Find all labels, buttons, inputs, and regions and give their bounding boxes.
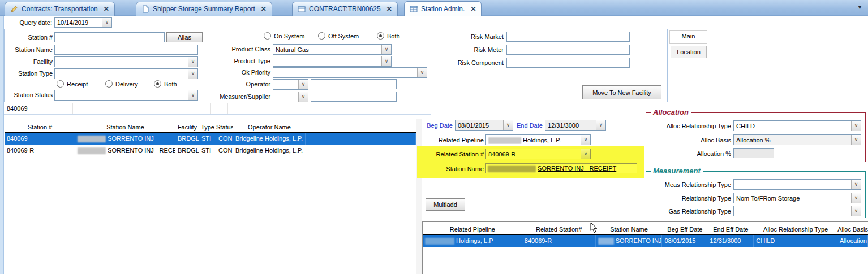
chevron-down-icon[interactable]: ∨ <box>851 135 861 145</box>
ok-priority-dropdown[interactable]: ∨ <box>273 67 427 78</box>
station-name-input[interactable] <box>54 45 198 55</box>
on-system-radio[interactable] <box>264 32 271 40</box>
chevron-down-icon[interactable]: ∨ <box>851 193 861 203</box>
chevron-down-icon[interactable]: ∨ <box>381 56 391 66</box>
risk-market-input[interactable] <box>506 32 630 42</box>
filter-cell[interactable] <box>73 103 170 114</box>
tab-station-admin[interactable]: Station Admin. ✕ <box>404 1 482 16</box>
meas-relationship-type-dropdown[interactable]: ∨ <box>733 179 861 190</box>
close-icon[interactable]: ✕ <box>104 5 109 13</box>
cell-type: STI <box>199 145 216 156</box>
tab-overflow-arrow-icon[interactable]: ▼ <box>857 5 862 10</box>
chevron-down-icon[interactable]: ∨ <box>298 80 308 89</box>
redacted-block <box>78 147 106 154</box>
chevron-down-icon[interactable]: ∨ <box>596 120 605 130</box>
chevron-down-icon[interactable]: ∨ <box>581 135 590 145</box>
alias-button[interactable]: Alias <box>166 32 203 42</box>
tab-contract-trn00625[interactable]: CONTRACT:TRN00625 ✕ <box>292 2 398 16</box>
move-to-new-facility-button[interactable]: Move To New Facility <box>582 85 661 99</box>
station-status-dropdown[interactable]: ∨ <box>54 90 198 101</box>
facility-dropdown[interactable]: ∨ <box>54 56 198 67</box>
col-header-operator-name[interactable]: Operator Name <box>233 124 306 132</box>
filter-cell[interactable] <box>228 103 431 114</box>
both-rd-radio[interactable] <box>154 80 161 88</box>
chevron-down-icon[interactable]: ∨ <box>381 45 391 54</box>
col-header-status[interactable]: Status <box>216 124 233 132</box>
chevron-down-icon[interactable]: ∨ <box>298 92 308 102</box>
station-num-input[interactable] <box>54 32 165 42</box>
chevron-down-icon[interactable]: ∨ <box>417 68 427 77</box>
side-tab-location[interactable]: Location <box>671 46 707 58</box>
delivery-radio[interactable] <box>105 80 113 88</box>
chevron-down-icon[interactable]: ∨ <box>503 120 513 130</box>
col-header-alloc-relationship-type[interactable]: Alloc Relationship Type <box>754 226 837 234</box>
col-header-station-name[interactable]: Station Name <box>596 226 663 234</box>
stations-grid-header: Station # Station Name Facility Type Sta… <box>5 119 416 133</box>
chevron-down-icon[interactable]: ∨ <box>188 90 197 100</box>
col-header-facility[interactable]: Facility <box>175 124 199 132</box>
col-header-related-station[interactable]: Related Station# <box>522 226 596 234</box>
chevron-down-icon[interactable]: ∨ <box>102 18 111 27</box>
alloc-relationship-type-label: Alloc Relationship Type <box>648 121 731 131</box>
risk-component-input[interactable] <box>506 58 630 68</box>
operator-code-dropdown[interactable]: ∨ <box>273 79 308 90</box>
filter-cell[interactable] <box>170 103 191 114</box>
cell-status: CON <box>216 145 233 156</box>
station-type-dropdown[interactable]: ∨ <box>54 68 198 79</box>
gas-relationship-type-dropdown[interactable]: ∨ <box>733 206 861 216</box>
chevron-down-icon[interactable]: ∨ <box>581 149 590 159</box>
col-header-station-num[interactable]: Station # <box>5 124 75 132</box>
alloc-basis-dropdown[interactable]: Allocation % ∨ <box>733 134 861 145</box>
pencil-icon <box>10 5 18 13</box>
related-station-dropdown[interactable]: 840069-R ∨ <box>485 149 591 159</box>
alloc-relationship-type-dropdown[interactable]: CHILD ∨ <box>733 120 861 131</box>
off-system-radio[interactable] <box>318 32 325 40</box>
detail-station-name-value[interactable]: SORRENTO INJ - RECEIPT <box>538 165 616 172</box>
chevron-down-icon[interactable]: ∨ <box>851 180 861 189</box>
col-header-related-pipeline[interactable]: Related Pipeline <box>423 226 522 234</box>
filter-cell[interactable] <box>191 103 211 114</box>
station-row-840069-r[interactable]: 840069-R SORRENTO INJ - RECEIPT BRDGLIN … <box>5 145 416 156</box>
vertical-scrollbar[interactable] <box>416 119 422 274</box>
risk-meter-input[interactable] <box>506 45 630 55</box>
close-icon[interactable]: ✕ <box>470 5 476 13</box>
related-station-row[interactable]: Holdings, L.P 840069-R SORRENTO INJ - 08… <box>423 235 868 247</box>
col-header-end-eff-date[interactable]: End Eff Date <box>707 226 754 234</box>
tab-contracts-transportation[interactable]: Contracts: Transportation ✕ <box>5 2 115 16</box>
col-header-beg-eff-date[interactable]: Beg Eff Date <box>662 226 707 234</box>
col-header-alloc-basis[interactable]: Alloc Basis <box>837 226 868 234</box>
close-icon[interactable]: ✕ <box>386 5 392 13</box>
detail-station-name-field[interactable]: SORRENTO INJ - RECEIPT <box>485 163 637 173</box>
filter-cell[interactable] <box>211 103 228 114</box>
filter-station-num-cell[interactable]: 840069 <box>4 103 73 114</box>
chevron-down-icon[interactable]: ∨ <box>188 57 197 67</box>
station-row-840069[interactable]: 840069 SORRENTO INJ BRDGLIN STI CON Brid… <box>5 133 416 145</box>
both-system-radio[interactable] <box>377 32 384 40</box>
col-header-station-name[interactable]: Station Name <box>75 124 175 132</box>
receipt-radio[interactable] <box>57 80 64 88</box>
cell-station-num: 840069 <box>5 133 75 145</box>
side-tab-main[interactable]: Main <box>669 30 707 44</box>
beg-date-dropdown[interactable]: 08/01/2015 ∨ <box>455 120 513 131</box>
col-header-type[interactable]: Type <box>199 124 216 132</box>
chevron-down-icon[interactable]: ∨ <box>188 69 197 79</box>
query-date-dropdown[interactable]: 10/14/2019 ∨ <box>54 17 112 28</box>
relationship-type-label: Relationship Type <box>648 193 731 203</box>
end-date-dropdown[interactable]: 12/31/3000 ∨ <box>545 120 606 131</box>
cell-operator: Bridgeline Holdings, L.P. <box>233 145 306 156</box>
allocation-pct-input[interactable] <box>733 148 774 158</box>
grid-icon <box>410 5 418 13</box>
tab-shipper-storage-report[interactable]: Shipper Storage Summary Report ✕ <box>136 2 272 16</box>
product-type-dropdown[interactable]: ∨ <box>273 56 392 67</box>
close-icon[interactable]: ✕ <box>261 5 267 13</box>
product-class-dropdown[interactable]: Natural Gas ∨ <box>273 44 392 55</box>
related-pipeline-dropdown[interactable]: Holdings, L.P. ∨ <box>485 134 591 145</box>
operator-name-input[interactable] <box>311 79 397 89</box>
measurer-supplier-name-input[interactable] <box>311 92 397 102</box>
off-system-radio-label: Off System <box>328 32 359 40</box>
chevron-down-icon[interactable]: ∨ <box>851 206 861 216</box>
measurer-supplier-code-dropdown[interactable]: ∨ <box>273 92 308 102</box>
relationship-type-dropdown[interactable]: Nom To/FRom Storage ∨ <box>733 193 861 203</box>
chevron-down-icon[interactable]: ∨ <box>851 121 861 131</box>
multiadd-button[interactable]: Multiadd <box>426 198 465 211</box>
